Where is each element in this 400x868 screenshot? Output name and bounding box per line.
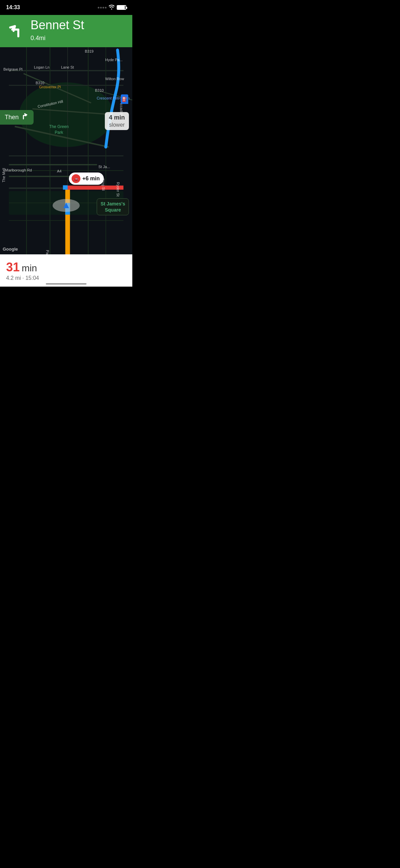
eta-minutes: 31 (6, 260, 20, 274)
signal-icon (98, 7, 107, 8)
traffic-delay-text: +6 min (82, 176, 100, 182)
traffic-car-icon: 🚗 (72, 174, 80, 183)
status-bar: 14:33 (0, 0, 132, 15)
status-time: 14:33 (6, 4, 20, 11)
svg-rect-22 (65, 185, 123, 189)
battery-icon (117, 5, 126, 10)
distance-unit: mi (39, 35, 45, 41)
fuel-station-icon: ⛽ (121, 94, 128, 104)
signal-dot-3 (102, 7, 104, 8)
signal-dot-2 (100, 7, 102, 8)
svg-rect-20 (65, 188, 70, 254)
signal-dot-4 (105, 7, 107, 8)
wifi-icon (109, 5, 115, 11)
status-icons (98, 5, 126, 11)
nav-info: Bennet St 0.4mi (31, 18, 84, 42)
home-indicator (46, 283, 87, 285)
battery-fill (117, 6, 125, 9)
map-area[interactable]: Lane St Logan Ln B319 B310 B310 Belgrave… (0, 44, 132, 254)
slower-badge: 4 min slower (105, 112, 129, 130)
st-james-square-label: St James'sSquare (97, 198, 129, 215)
google-watermark: Google (3, 247, 18, 252)
street-name: Bennet St (31, 18, 84, 32)
signal-dot-1 (98, 7, 99, 8)
eta-row: 31 min (6, 260, 126, 274)
map-svg (0, 44, 132, 254)
slower-minutes: 4 min (109, 114, 125, 122)
then-panel: Then (0, 110, 34, 125)
eta-separator: · (22, 275, 25, 281)
user-location: ▲ (53, 199, 80, 212)
traffic-delay-badge[interactable]: 🚗 +6 min (69, 173, 104, 185)
eta-min-label: min (22, 263, 37, 274)
slower-label: slower (109, 122, 125, 128)
location-arrow-icon: ▲ (61, 200, 71, 211)
eta-arrival: 15:04 (25, 275, 39, 281)
location-circle: ▲ (53, 199, 80, 212)
eta-details: 4.2 mi · 15:04 (6, 275, 126, 281)
nav-header: Bennet St 0.4mi (0, 15, 132, 47)
distance-value: 0.4 (31, 35, 39, 41)
then-label: Then (5, 114, 19, 121)
nav-distance: 0.4mi (31, 32, 84, 42)
turn-arrow-icon (5, 20, 26, 40)
bottom-bar: 31 min 4.2 mi · 15:04 (0, 254, 132, 287)
eta-distance: 4.2 mi (6, 275, 21, 281)
then-direction-icon (21, 113, 29, 122)
